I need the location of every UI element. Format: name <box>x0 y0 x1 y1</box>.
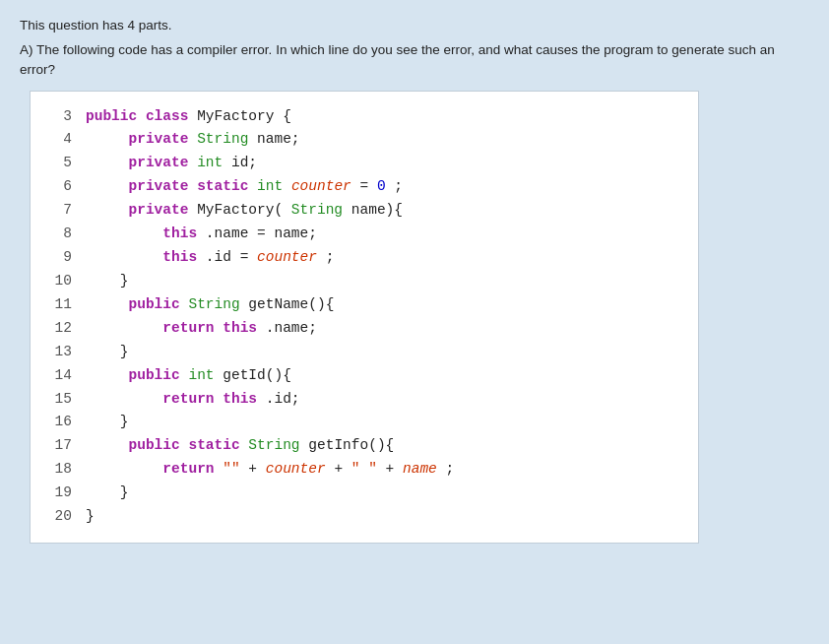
code-content-13: } <box>86 341 129 364</box>
line-num-9: 9 <box>40 246 72 270</box>
line-num-20: 20 <box>40 505 72 529</box>
code-line-20: 20 } <box>40 505 678 529</box>
code-box: 3 public class MyFactory { 4 private Str… <box>30 91 699 545</box>
code-line-19: 19 } <box>40 482 678 505</box>
line-num-12: 12 <box>40 317 72 341</box>
code-content-3: public class MyFactory { <box>86 105 291 129</box>
code-line-11: 11 public String getName(){ <box>40 293 678 317</box>
code-line-13: 13 } <box>40 341 678 364</box>
line-num-17: 17 <box>40 434 72 458</box>
code-content-19: } <box>86 482 129 505</box>
line-num-14: 14 <box>40 364 72 388</box>
line-num-8: 8 <box>40 223 72 246</box>
code-line-7: 7 private MyFactory( String name){ <box>40 199 678 223</box>
code-content-4: private String name; <box>86 128 300 152</box>
code-line-8: 8 this .name = name; <box>40 223 678 246</box>
code-line-6: 6 private static int counter = 0 ; <box>40 175 678 199</box>
line-num-11: 11 <box>40 293 72 317</box>
code-content-18: return "" + counter + " " + name ; <box>86 458 454 482</box>
code-line-3: 3 public class MyFactory { <box>40 105 678 129</box>
code-content-7: private MyFactory( String name){ <box>86 199 403 223</box>
line-num-18: 18 <box>40 458 72 482</box>
code-line-12: 12 return this .name; <box>40 317 678 341</box>
code-content-12: return this .name; <box>86 317 317 341</box>
code-content-11: public String getName(){ <box>86 293 334 317</box>
line-num-7: 7 <box>40 199 72 223</box>
line-num-15: 15 <box>40 388 72 412</box>
code-content-16: } <box>86 411 129 434</box>
code-content-6: private static int counter = 0 ; <box>86 175 403 199</box>
code-content-8: this .name = name; <box>86 223 317 246</box>
code-content-10: } <box>86 270 129 293</box>
line-num-5: 5 <box>40 152 72 175</box>
code-line-17: 17 public static String getInfo(){ <box>40 434 678 458</box>
question-header: This question has 4 parts. <box>20 18 809 32</box>
code-line-5: 5 private int id; <box>40 152 678 175</box>
code-line-10: 10 } <box>40 270 678 293</box>
code-content-9: this .id = counter ; <box>86 246 334 270</box>
line-num-3: 3 <box>40 105 72 129</box>
line-num-10: 10 <box>40 270 72 293</box>
code-content-14: public int getId(){ <box>86 364 291 388</box>
code-line-14: 14 public int getId(){ <box>40 364 678 388</box>
line-num-19: 19 <box>40 482 72 505</box>
code-content-5: private int id; <box>86 152 257 175</box>
part-a-text: A) The following code has a compiler err… <box>20 40 809 81</box>
code-line-16: 16 } <box>40 411 678 434</box>
line-num-13: 13 <box>40 341 72 364</box>
line-num-4: 4 <box>40 128 72 152</box>
code-content-20: } <box>86 505 95 529</box>
code-content-17: public static String getInfo(){ <box>86 434 394 458</box>
code-line-9: 9 this .id = counter ; <box>40 246 678 270</box>
code-line-18: 18 return "" + counter + " " + name ; <box>40 458 678 482</box>
code-line-4: 4 private String name; <box>40 128 678 152</box>
code-line-15: 15 return this .id; <box>40 388 678 412</box>
code-content-15: return this .id; <box>86 388 300 412</box>
line-num-16: 16 <box>40 411 72 434</box>
line-num-6: 6 <box>40 175 72 199</box>
